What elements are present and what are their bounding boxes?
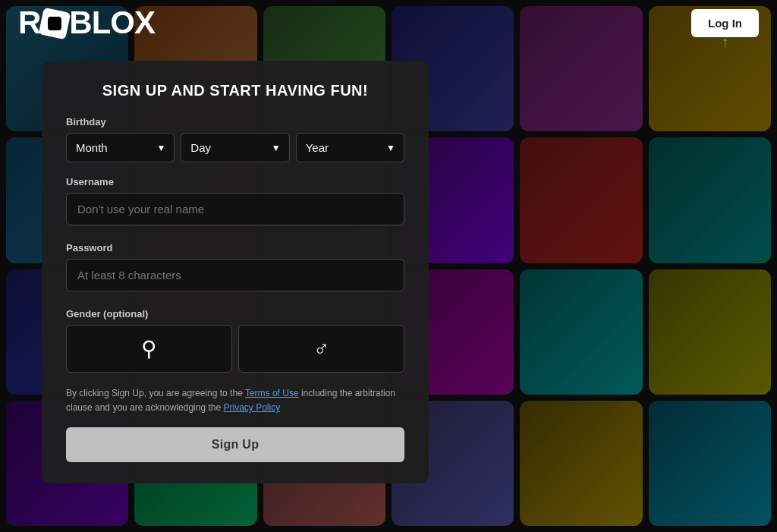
gender-label: Gender (optional): [66, 308, 404, 320]
gender-male-button[interactable]: ♂: [238, 325, 404, 373]
male-icon: ♂: [313, 337, 329, 360]
year-wrapper: Year 202420232022 202020152010 200520001…: [296, 133, 404, 162]
username-input[interactable]: [66, 193, 404, 225]
day-select[interactable]: Day 1234 5678 9101112 13141516 17181920 …: [181, 133, 289, 162]
username-section: Username: [66, 176, 404, 239]
year-select[interactable]: Year 202420232022 202020152010 200520001…: [296, 133, 404, 162]
password-input[interactable]: [66, 259, 404, 291]
birthday-label: Birthday: [66, 116, 404, 127]
topbar: RBLOX Log In ↑: [0, 0, 777, 46]
signup-panel: SIGN UP AND START HAVING FUN! Birthday M…: [42, 61, 429, 483]
username-label: Username: [66, 176, 404, 187]
password-section: Password: [66, 242, 404, 305]
logo: RBLOX: [18, 5, 155, 41]
password-label: Password: [66, 242, 404, 253]
terms-link[interactable]: Terms of Use: [245, 388, 299, 398]
logo-o-icon: [39, 8, 71, 40]
month-select[interactable]: Month January February March April May J…: [66, 133, 175, 162]
signup-title: SIGN UP AND START HAVING FUN!: [66, 82, 404, 99]
login-arrow-icon: ↑: [722, 33, 729, 51]
gender-female-button[interactable]: ⚲: [66, 325, 232, 373]
terms-text: By clicking Sign Up, you are agreeing to…: [66, 386, 404, 415]
birthday-row: Month January February March April May J…: [66, 133, 404, 162]
day-wrapper: Day 1234 5678 9101112 13141516 17181920 …: [181, 133, 289, 162]
privacy-link[interactable]: Privacy Policy: [223, 402, 280, 413]
birthday-section: Birthday Month January February March Ap…: [66, 116, 404, 162]
gender-row: ⚲ ♂: [66, 325, 404, 373]
female-icon: ⚲: [141, 337, 157, 360]
month-wrapper: Month January February March April May J…: [66, 133, 175, 162]
signup-button[interactable]: Sign Up: [66, 427, 404, 462]
gender-section: Gender (optional) ⚲ ♂: [66, 308, 404, 373]
